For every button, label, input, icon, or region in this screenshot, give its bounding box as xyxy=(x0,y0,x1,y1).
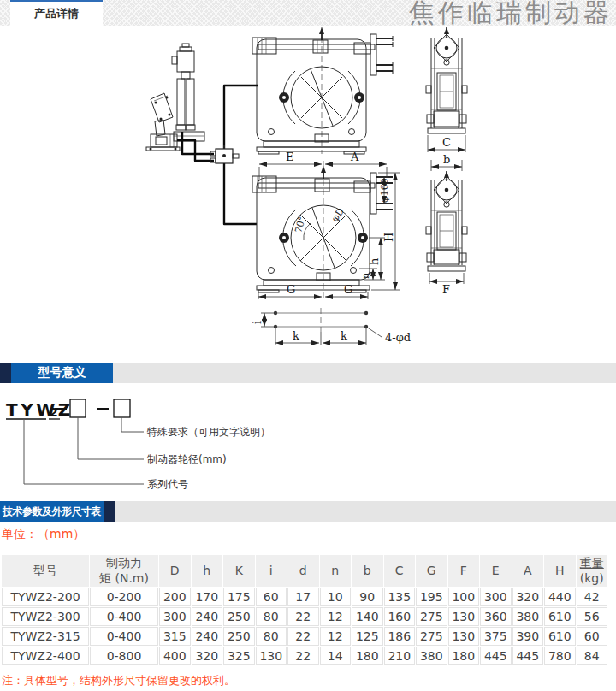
dim-label-phiD: φD xyxy=(329,206,346,224)
dim-label-F: F xyxy=(442,283,450,296)
table-cell: 390 xyxy=(512,627,544,646)
table-cell: TYWZ2-300 xyxy=(2,607,89,626)
hydraulic-piping xyxy=(177,86,258,224)
dim-label-h: h xyxy=(368,257,381,265)
model-code-svg: TYWZ 2 特殊要求（可用文字说明） 制动器轮径(mm) 系列代号 xyxy=(0,383,616,501)
table-cell: 275 xyxy=(416,627,447,646)
table-cell: 10 xyxy=(320,588,352,606)
table-cell: 17 xyxy=(287,588,319,606)
table-cell: 56 xyxy=(577,607,608,626)
table-cell: 315 xyxy=(159,627,191,646)
footnote: 注：具体型号，结构外形尺寸保留更改的权利。 xyxy=(2,673,235,688)
table-column-header: K xyxy=(223,555,255,587)
hydraulic-pusher-unit xyxy=(146,44,204,151)
table-cell: 130 xyxy=(448,607,480,626)
table-cell: 375 xyxy=(480,627,512,646)
table-cell: 12 xyxy=(320,607,352,626)
tab-product-details[interactable]: 产品详情 xyxy=(10,0,103,26)
spec-table: 型号制动力矩 (N.m)DhKidnbCGFEAH重量(kg) TYWZ2-20… xyxy=(1,554,608,666)
table-cell: 160 xyxy=(384,607,416,626)
dim-label-bolt-holes: 4-φd xyxy=(385,331,411,344)
section-title-model-meaning: 型号意义 xyxy=(11,363,113,383)
section-bar-gray-fill xyxy=(115,501,616,522)
table-cell: 60 xyxy=(577,627,608,646)
table-column-header: G xyxy=(416,555,447,587)
table-column-header: H xyxy=(544,555,576,587)
table-cell: 100 xyxy=(448,588,480,606)
section-header-spec-table: 技术参数及外形尺寸表 xyxy=(0,501,616,522)
table-cell: 84 xyxy=(577,647,608,665)
table-column-header: 制动力矩 (N.m) xyxy=(90,555,158,587)
table-column-header: F xyxy=(448,555,480,587)
table-cell: 22 xyxy=(287,627,319,646)
dim-label-phi160: φ160 xyxy=(379,178,390,203)
table-column-header: i xyxy=(256,555,287,587)
legend-special-requirements: 特殊要求（可用文字说明） xyxy=(146,426,270,438)
front-view-upper xyxy=(252,27,393,154)
dim-label-k2: k xyxy=(341,329,347,342)
table-cell: 42 xyxy=(577,588,608,606)
dim-label-G2: G xyxy=(344,283,352,296)
dim-label-k1: k xyxy=(293,329,299,342)
section-bar-gray-fill xyxy=(113,363,616,383)
table-cell: 170 xyxy=(192,588,223,606)
table-cell: 300 xyxy=(159,607,191,626)
spec-table-body: TYWZ2-2000-20020017017560171090135195100… xyxy=(2,588,607,665)
table-cell: 200 xyxy=(159,588,191,606)
table-cell: 240 xyxy=(192,607,223,626)
section-header-model-meaning: 型号意义 xyxy=(0,363,616,383)
section-bar-dark-block xyxy=(104,501,115,522)
table-cell: 300 xyxy=(480,588,512,606)
dim-label-i: i xyxy=(251,321,264,324)
dimension-lines: E A φ160 H h n G G φD 70° xyxy=(258,151,400,299)
brake-drawing-svg: E A φ160 H h n G G φD 70° xyxy=(0,26,616,361)
table-cell: 400 xyxy=(159,647,191,665)
table-cell: 380 xyxy=(416,647,447,665)
table-column-header: b xyxy=(352,555,383,587)
table-cell: 125 xyxy=(352,627,383,646)
table-cell: 130 xyxy=(448,627,480,646)
table-cell: 320 xyxy=(192,647,223,665)
table-cell: 360 xyxy=(480,607,512,626)
table-row: TYWZ2-2000-20020017017560171090135195100… xyxy=(2,588,607,606)
table-cell: 22 xyxy=(287,607,319,626)
dim-label-C: C xyxy=(442,136,451,149)
table-cell: 80 xyxy=(256,627,287,646)
table-cell: 380 xyxy=(512,607,544,626)
table-column-header: n xyxy=(320,555,352,587)
table-cell: 130 xyxy=(256,647,287,665)
table-cell: 250 xyxy=(223,607,255,626)
model-series-subscript: 2 xyxy=(50,405,58,419)
dim-label-n: n xyxy=(360,273,371,279)
table-cell: 14 xyxy=(320,647,352,665)
unit-label: 单位：（mm） xyxy=(2,527,85,542)
legend-series-code: 系列代号 xyxy=(147,478,188,490)
side-view-lower: b F xyxy=(426,153,467,296)
technical-drawing: E A φ160 H h n G G φD 70° xyxy=(0,26,616,361)
table-cell: 0-200 xyxy=(90,588,158,606)
table-cell: 445 xyxy=(512,647,544,665)
table-cell: 140 xyxy=(352,607,383,626)
table-cell: 195 xyxy=(416,588,447,606)
table-column-header: C xyxy=(384,555,416,587)
table-cell: 135 xyxy=(384,588,416,606)
side-view-upper: C xyxy=(426,27,467,152)
table-cell: 445 xyxy=(480,647,512,665)
table-row: TYWZ2-3150-40031524025080221212518627513… xyxy=(2,627,607,646)
table-cell: 180 xyxy=(448,647,480,665)
table-cell: 180 xyxy=(352,647,383,665)
table-cell: 175 xyxy=(223,588,255,606)
dim-label-b: b xyxy=(443,153,450,166)
table-column-header: D xyxy=(159,555,191,587)
table-cell: 186 xyxy=(384,627,416,646)
table-cell: 90 xyxy=(352,588,383,606)
table-cell: 780 xyxy=(544,647,576,665)
table-cell: 60 xyxy=(256,588,287,606)
table-column-header: A xyxy=(512,555,544,587)
section-bar-dark-block xyxy=(0,363,11,383)
table-cell: 0-800 xyxy=(90,647,158,665)
table-cell: 250 xyxy=(223,627,255,646)
table-cell: TYWZ2-400 xyxy=(2,647,89,665)
table-cell: 22 xyxy=(287,647,319,665)
table-column-header: h xyxy=(192,555,223,587)
